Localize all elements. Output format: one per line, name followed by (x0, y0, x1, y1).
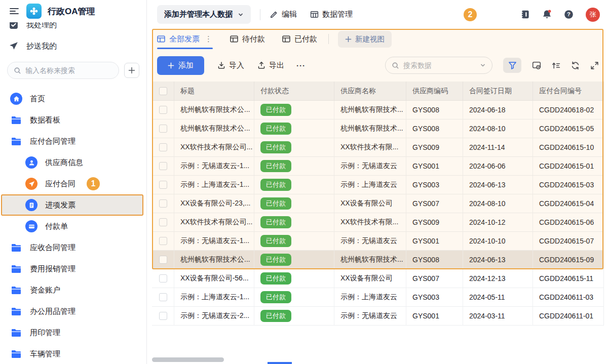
hide-fields-icon[interactable] (532, 61, 541, 70)
row-checkbox[interactable] (159, 181, 167, 189)
row-checkbox[interactable] (159, 143, 167, 151)
column-header[interactable]: 付款状态 (254, 82, 334, 101)
sidebar-item-payable-contract-mgmt[interactable]: 应付合同管理 (1, 131, 143, 152)
cell-sign-date: 2024-10-12 (463, 213, 533, 232)
cell-sign-date: 2024-06-13 (463, 251, 533, 269)
table-search-box[interactable] (385, 57, 492, 74)
notifications-bell-icon[interactable] (542, 10, 552, 19)
table-row[interactable]: 示例：上海道友云-1...已付款示例：上海道友云GYS0032024-05-11… (152, 288, 604, 307)
tab-all-invoices[interactable]: 全部发票 ⋮ (157, 29, 213, 49)
row-checkbox[interactable] (159, 218, 167, 226)
data-manage-label: 数据管理 (322, 10, 353, 19)
table-row[interactable]: XX设备有限公司-56...已付款XX设备有限公司GYS0072024-12-1… (152, 269, 604, 288)
row-checkbox[interactable] (159, 125, 167, 133)
folder-icon (10, 137, 22, 146)
row-checkbox[interactable] (159, 106, 167, 114)
payment-icon (25, 220, 37, 232)
refresh-icon[interactable] (571, 61, 580, 70)
sidebar-item-fund-account[interactable]: 资金账户 (1, 279, 143, 301)
hamburger-menu-icon[interactable] (8, 5, 20, 17)
cell-supplier-code: GYS008 (406, 119, 463, 138)
row-checkbox[interactable] (159, 274, 167, 282)
table-row[interactable]: 示例：无锡道友云-2...已付款示例：无锡道友云GYS0012024-03-11… (152, 307, 604, 326)
cell-title: 杭州帆软有限技术公... (174, 101, 254, 119)
cell-payment-status: 已付款 (254, 157, 334, 176)
column-header[interactable]: 供应商名称 (334, 82, 406, 101)
table-toolbar: 添加 导入 导出 ··· (147, 49, 608, 82)
sidebar-item-data-dashboard[interactable]: 数据看板 (1, 109, 143, 131)
cell-sign-date: 2024-06-06 (463, 157, 533, 176)
main-area: 添加并管理本人数据 编辑 数据管理 2 (147, 0, 608, 364)
table-row[interactable]: XX软件技术有限公司...已付款XX软件技术有限...GYS0092024-10… (152, 213, 604, 232)
row-checkbox[interactable] (159, 312, 167, 320)
sidebar-item-input-invoice[interactable]: 进项发票 (1, 194, 143, 216)
cell-contract-no: CGDD240615-09 (533, 251, 604, 269)
mode-dropdown-button[interactable]: 添加并管理本人数据 (157, 5, 251, 24)
filter-button[interactable] (503, 58, 521, 73)
table-row[interactable]: 杭州帆软有限技术公...已付款杭州帆软有限技术...GYS0082024-06-… (152, 101, 604, 119)
more-actions-button[interactable]: ··· (296, 61, 306, 70)
sidebar-search-input[interactable] (25, 66, 112, 74)
data-manage-button[interactable]: 数据管理 (310, 10, 353, 19)
cell-title: 示例：无锡道友云-2... (174, 307, 254, 326)
table-row[interactable]: 杭州帆软有限技术公...已付款杭州帆软有限技术...GYS0082024-08-… (152, 119, 604, 138)
add-app-button[interactable] (124, 63, 139, 78)
column-header[interactable]: 供应商编码 (406, 82, 463, 101)
row-checkbox[interactable] (159, 199, 167, 208)
row-checkbox[interactable] (159, 256, 167, 264)
notebook-icon[interactable] (520, 10, 530, 19)
table-row[interactable]: 示例：无锡道友云-1...已付款示例：无锡道友云GYS0012024-10-10… (152, 232, 604, 251)
cell-supplier-code: GYS007 (406, 269, 463, 288)
export-icon (257, 61, 265, 69)
sidebar-item-office-supplies-mgmt[interactable]: 办公用品管理 (1, 301, 143, 322)
status-badge: 已付款 (260, 216, 291, 228)
table-row[interactable]: 杭州帆软有限技术公...已付款杭州帆软有限技术...GYS0082024-06-… (152, 251, 604, 269)
table-search-input[interactable] (403, 61, 476, 69)
sidebar-item-vehicle-mgmt[interactable]: 车辆管理 (1, 343, 143, 364)
table-row[interactable]: XX软件技术有限公司...已付款XX软件技术有限...GYS0092024-11… (152, 138, 604, 157)
help-icon[interactable]: ? (564, 10, 574, 19)
table-row[interactable]: XX设备有限公司-23,...已付款XX设备有限公司GYS0072024-08-… (152, 194, 604, 213)
sidebar-item-label: 抄送我的 (26, 42, 57, 51)
cell-sign-date: 2024-12-13 (463, 269, 533, 288)
sidebar-item-home[interactable]: 首页 (1, 88, 143, 109)
sidebar-item-supplier-info[interactable]: 供应商信息 (1, 152, 143, 173)
sidebar-item-cc-to-me[interactable]: 抄送我的 (0, 35, 146, 57)
cell-sign-date: 2024-06-18 (463, 101, 533, 119)
page-horizontal-scrollbar[interactable] (268, 362, 292, 364)
table-row[interactable]: 示例：上海道友云-1...已付款示例：上海道友云GYS0032024-06-13… (152, 176, 604, 194)
tab-more-icon[interactable]: ⋮ (205, 34, 213, 44)
chevron-down-icon[interactable] (480, 62, 486, 68)
sidebar-item-seal-mgmt[interactable]: 用印管理 (1, 322, 143, 343)
sidebar: 行政OA管理 我处理的 抄送我的 首页数据看板应付合同管理供应商信息应付合同1进… (0, 0, 147, 364)
add-record-button[interactable]: 添加 (157, 56, 204, 75)
column-header[interactable]: 标题 (174, 82, 254, 101)
row-checkbox-cell (152, 251, 174, 269)
sort-icon[interactable] (552, 61, 560, 70)
sidebar-item-expense-reimburse-mgmt[interactable]: 费用报销管理 (1, 258, 143, 279)
row-checkbox[interactable] (159, 162, 167, 170)
select-all-checkbox[interactable] (159, 87, 167, 95)
table-horizontal-scrollbar[interactable] (152, 357, 224, 362)
sidebar-item-payment-order[interactable]: 付款单 (1, 216, 143, 237)
table-view-icon (157, 35, 165, 43)
sidebar-item-receivable-contract-mgmt[interactable]: 应收合同管理 (1, 237, 143, 258)
sidebar-item-payable-contract[interactable]: 应付合同1 (1, 173, 143, 194)
column-header[interactable]: 应付合同编号 (533, 82, 604, 101)
table-row[interactable]: 示例：无锡道友云-1...已付款示例：无锡道友云GYS0012024-06-06… (152, 157, 604, 176)
user-avatar[interactable]: 张 (586, 8, 600, 22)
edit-button[interactable]: 编辑 (270, 10, 297, 19)
tab-paid[interactable]: 已付款 (282, 29, 317, 49)
sidebar-search-box[interactable] (7, 62, 119, 79)
cell-title: 示例：上海道友云-1... (174, 176, 254, 194)
import-button[interactable]: 导入 (217, 61, 244, 70)
column-header[interactable]: 合同签订日期 (463, 82, 533, 101)
new-view-button[interactable]: 新建视图 (338, 31, 392, 48)
row-checkbox[interactable] (159, 293, 167, 301)
tab-pending-payment[interactable]: 待付款 (230, 29, 265, 49)
status-badge: 已付款 (260, 141, 291, 153)
cell-title: XX软件技术有限公司... (174, 138, 254, 157)
row-checkbox[interactable] (159, 237, 167, 245)
export-button[interactable]: 导出 (257, 61, 284, 70)
fullscreen-icon[interactable] (590, 61, 599, 70)
